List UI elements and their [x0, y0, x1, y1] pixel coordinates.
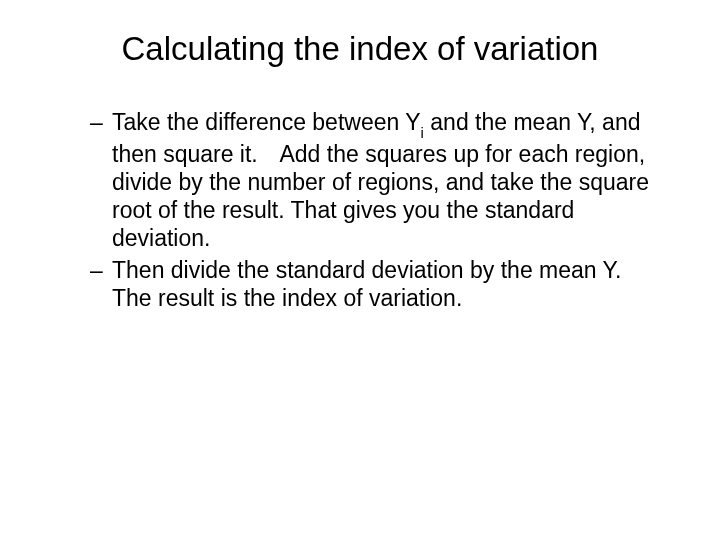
slide-body: Take the difference between Yi and the m…: [50, 108, 670, 312]
bullet-item: Take the difference between Yi and the m…: [90, 108, 660, 252]
bullet-item: Then divide the standard deviation by th…: [90, 256, 660, 312]
bullet-text-pre: Take the difference between Y: [112, 109, 421, 135]
subscript: i: [421, 124, 424, 141]
slide-title: Calculating the index of variation: [50, 30, 670, 68]
bullet-text: Then divide the standard deviation by th…: [112, 257, 644, 311]
